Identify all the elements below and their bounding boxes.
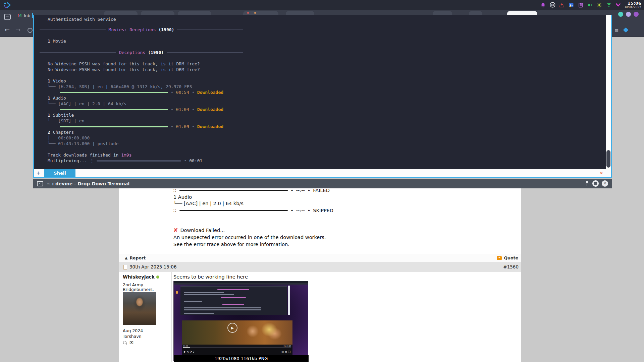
terminal-auth-line: Authenticated with Service <box>48 17 116 22</box>
tab-gmail-label: Inb <box>24 13 31 18</box>
pin-icon[interactable] <box>585 181 589 186</box>
username[interactable]: WhiskeyJack <box>123 274 159 280</box>
report-button[interactable]: ▲ Report <box>125 255 146 260</box>
qbittorrent-icon[interactable]: qb <box>549 2 555 8</box>
post-permalink[interactable]: #1560 <box>503 264 519 269</box>
embedded-screenshot[interactable]: ▶ 00:00 01:43:13 ▶ ⟲ ⟳ ♪ ▭ ◉ ❑ 644x362… <box>173 281 308 361</box>
bullet: • <box>308 188 311 193</box>
extension-icon[interactable] <box>623 27 629 33</box>
track-audio-progress: •01:04 •Downloaded <box>60 107 223 112</box>
progress-bar-green <box>60 109 168 110</box>
track-status: Downloaded <box>197 124 223 129</box>
multiplexing-line: Multiplexing... ⋮ • 00:01 <box>48 158 202 163</box>
tab-shell[interactable]: Shell <box>44 169 75 177</box>
post-actions-row: ▲ Report ❝ Quote <box>119 254 521 262</box>
terminal-app-icon[interactable] <box>568 2 574 8</box>
reload-button[interactable] <box>28 28 33 33</box>
header-title: Movies: Deceptions <box>109 27 156 32</box>
terminal-movie-count: 1 Movie <box>48 39 66 44</box>
top-panel: qb 15:06 3 <box>0 0 644 10</box>
user-location: Torshavn <box>123 334 142 339</box>
track-time: 01:04 <box>176 107 189 112</box>
thumb-player-left-icons: ▶ ⟲ ⟳ ♪ <box>184 350 195 353</box>
quote-audio-line: 1 Audio <box>173 194 192 200</box>
track-status: Downloaded <box>197 107 223 112</box>
user-title-line2: Bridgeburners. <box>123 287 154 292</box>
chapters-title: 2 Chapters <box>48 130 74 135</box>
thumb-player-controls: ▶ ⟲ ⟳ ♪ ▭ ◉ ❑ <box>182 348 292 355</box>
post-page-icon <box>123 265 127 269</box>
window-minimize-button[interactable] <box>618 12 623 17</box>
terminal-scrollbar[interactable] <box>606 15 611 169</box>
time-placeholder: --:-- <box>296 188 305 193</box>
window-close-button[interactable] <box>634 12 639 17</box>
system-tray: qb <box>540 2 621 8</box>
clock-date: 30/04/2025 <box>624 6 641 9</box>
clipboard-icon[interactable] <box>578 2 584 8</box>
quote-aac-line: └── [AAC] | en | 2.0 | 64 kb/s <box>173 201 244 206</box>
quote-progress-bar <box>179 190 288 191</box>
terminal-title-bar[interactable]: >_ ~ : devine - Drop-Down Terminal ✕ <box>33 179 612 188</box>
bullet: • <box>290 208 293 213</box>
app-launcher-icon[interactable] <box>3 1 12 9</box>
download-failed-line: ✘ Download Failed... <box>173 227 225 233</box>
track-time: 00:54 <box>176 90 189 95</box>
forward-button[interactable]: → <box>15 26 20 33</box>
terminal-header-movies: Movies: Deceptions(1990) <box>40 27 243 32</box>
close-tab-button[interactable]: ✕ <box>600 170 603 176</box>
header-title: Deceptions <box>119 50 145 55</box>
thumb-play-button: ▶ <box>227 323 237 333</box>
spinner-icon: ⋮ <box>90 158 94 163</box>
download-tray-icon[interactable] <box>559 2 565 8</box>
scrollbar-thumb[interactable] <box>606 150 610 168</box>
new-tab-button[interactable]: + <box>37 170 40 176</box>
thumb-side-window <box>288 286 290 315</box>
multiplexing-time: 00:01 <box>189 158 202 163</box>
status-skipped: SKIPPED <box>313 208 333 213</box>
search-posts-icon[interactable] <box>123 341 127 345</box>
time-placeholder: --:-- <box>296 208 305 213</box>
post-text: Seems to be working fine here <box>173 274 248 280</box>
status-failed: FAILED <box>313 188 330 193</box>
progress-bar-green <box>60 126 168 127</box>
brightness-icon[interactable] <box>596 2 602 8</box>
window-controls <box>618 12 639 17</box>
progress-bar-green <box>60 92 168 93</box>
window-maximize-button[interactable] <box>626 12 631 17</box>
chevron-down-icon[interactable] <box>615 2 621 8</box>
track-audio-detail: └── [AAC] | en | 2.0 | 64 kb/s <box>48 101 126 106</box>
thumb-player-timeline: 00:00 01:43:13 <box>182 345 292 348</box>
dropdown-terminal-window: Authenticated with Service Movies: Decep… <box>33 15 612 188</box>
browser-menu-icon[interactable]: ≡ <box>614 27 619 33</box>
clock[interactable]: 15:06 30/04/2025 <box>624 1 641 9</box>
image-caption: 644x362 1161kb PNG <box>174 355 309 362</box>
downloads-finished-line: Track downloads finished in 1m9s <box>48 153 131 158</box>
spinner-glyph: ∷ <box>173 208 176 213</box>
tab-favicon-dot <box>254 12 256 14</box>
back-button[interactable]: ← <box>5 26 10 33</box>
quote-button[interactable]: ❝ Quote <box>497 255 518 260</box>
quote-bubble-icon: ❝ <box>497 256 502 260</box>
multiplexing-label: Multiplexing... <box>48 158 87 163</box>
post-content: Seems to be working fine here <box>172 272 521 362</box>
notification-bell-icon[interactable] <box>540 2 546 8</box>
chapter-item: └── 01:43:13.000 | postlude <box>48 141 118 146</box>
error-line1: An unexpected error occurred in one of t… <box>173 235 326 240</box>
wifi-icon[interactable] <box>606 2 612 8</box>
avatar[interactable] <box>123 292 156 325</box>
terminal-content[interactable]: Authenticated with Service Movies: Decep… <box>33 15 612 169</box>
spinner-glyph: ∷ <box>173 188 176 193</box>
tab-search-icon[interactable] <box>4 14 11 20</box>
track-time: 01:09 <box>176 124 189 129</box>
user-title-line1: 2nd Army <box>123 282 143 287</box>
terminal-title: ~ : devine - Drop-Down Terminal <box>47 181 129 186</box>
clock-time: 15:06 <box>624 1 641 6</box>
tab-gmail[interactable]: M Inb <box>17 13 33 18</box>
header-year: (1990) <box>148 50 164 55</box>
close-terminal-button[interactable]: ✕ <box>602 180 608 187</box>
email-icon[interactable]: ✉ <box>129 340 133 345</box>
gmail-favicon: M <box>17 13 22 18</box>
volume-icon[interactable] <box>587 2 593 8</box>
terminal-tab-bar: + Shell ✕ <box>33 169 612 178</box>
menu-button[interactable] <box>592 180 599 187</box>
